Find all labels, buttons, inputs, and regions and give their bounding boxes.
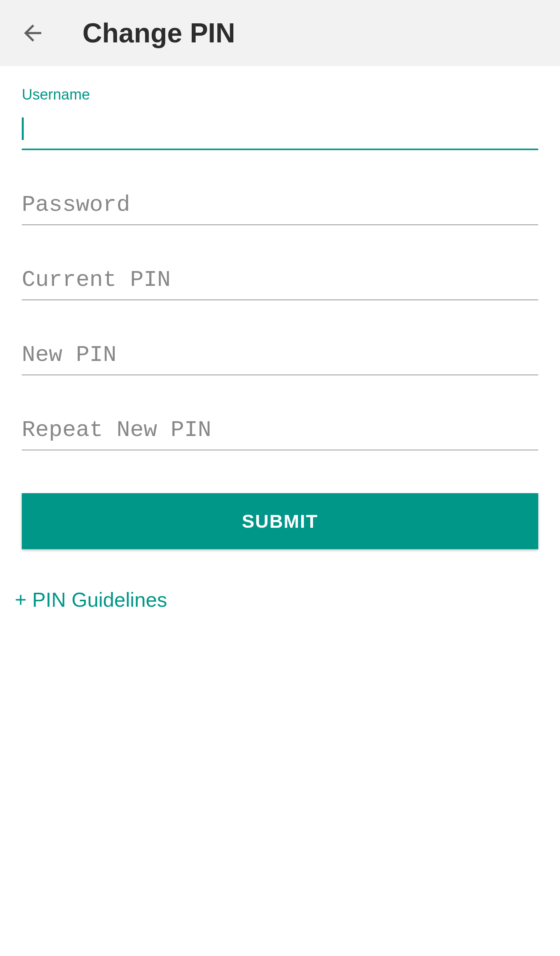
- back-arrow-icon: [20, 20, 46, 46]
- header: Change PIN: [0, 0, 560, 66]
- repeat-new-pin-input[interactable]: [22, 414, 538, 450]
- form-container: Username SUBMIT + PIN Guidelines: [0, 66, 560, 611]
- username-input[interactable]: [22, 110, 538, 150]
- username-field-group: Username: [22, 86, 538, 150]
- text-cursor: [22, 117, 24, 140]
- username-label: Username: [22, 86, 538, 103]
- repeat-new-pin-field-group: [22, 414, 538, 450]
- pin-guidelines-link[interactable]: + PIN Guidelines: [15, 588, 538, 611]
- current-pin-input[interactable]: [22, 264, 538, 300]
- new-pin-input[interactable]: [22, 339, 538, 375]
- new-pin-field-group: [22, 339, 538, 375]
- page-title: Change PIN: [82, 18, 235, 49]
- password-input[interactable]: [22, 189, 538, 225]
- current-pin-field-group: [22, 264, 538, 300]
- password-field-group: [22, 189, 538, 225]
- submit-button[interactable]: SUBMIT: [22, 493, 538, 549]
- back-button[interactable]: [17, 18, 48, 49]
